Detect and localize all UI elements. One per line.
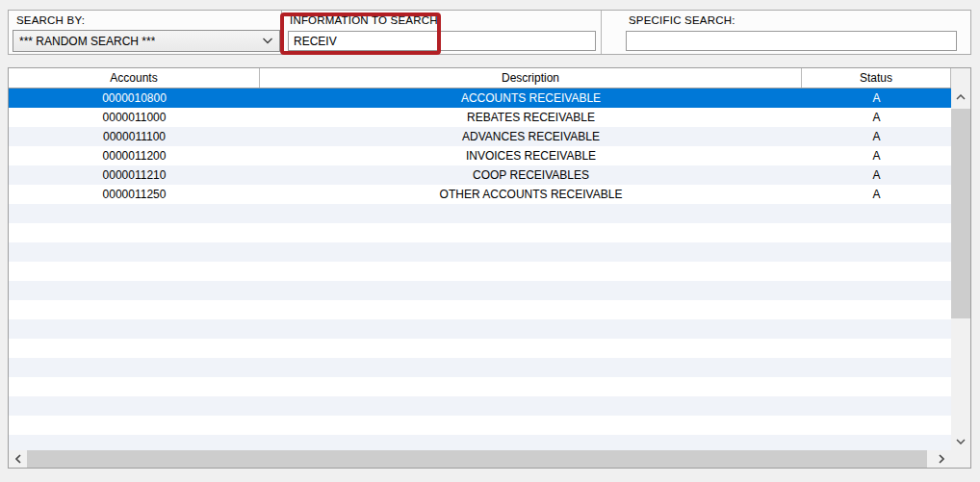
chevron-up-icon (956, 94, 966, 100)
empty-row (9, 358, 951, 377)
empty-row (9, 435, 951, 450)
table-body: 0000010800ACCOUNTS RECEIVABLEA0000011000… (9, 89, 951, 450)
specific-search-label: SPECIFIC SEARCH: (629, 14, 735, 26)
panel-divider (601, 11, 602, 54)
table-row[interactable]: 0000011200INVOICES RECEIVABLEA (9, 146, 951, 165)
chevron-down-icon (262, 38, 273, 44)
vertical-scrollbar[interactable] (951, 68, 970, 450)
cell-account: 0000011210 (9, 165, 260, 185)
empty-row (9, 300, 951, 319)
cell-account: 0000011000 (9, 108, 260, 127)
scroll-down-button[interactable] (951, 433, 970, 450)
table-row-selected[interactable]: 0000010800ACCOUNTS RECEIVABLEA (9, 89, 951, 108)
empty-row (9, 223, 951, 242)
empty-row (9, 281, 951, 300)
cell-status: A (802, 165, 951, 185)
cell-description: ADVANCES RECEIVABLE (260, 127, 802, 146)
empty-row (9, 319, 951, 339)
cell-description: COOP RECEIVABLES (260, 165, 802, 185)
horizontal-scrollbar[interactable] (9, 450, 970, 468)
cell-description: REBATES RECEIVABLE (260, 108, 802, 127)
empty-row (9, 242, 951, 262)
cell-account: 0000011100 (9, 127, 260, 146)
cell-status: A (802, 108, 951, 127)
empty-row (9, 396, 951, 416)
empty-row (9, 416, 951, 435)
empty-row (9, 262, 951, 281)
chevron-down-icon (956, 439, 966, 444)
cell-status: A (802, 89, 951, 108)
search-by-label: SEARCH BY: (16, 14, 85, 26)
cell-description: ACCOUNTS RECEIVABLE (260, 89, 802, 108)
specific-search-input[interactable] (626, 31, 957, 51)
table-row[interactable]: 0000011250OTHER ACCOUNTS RECEIVABLEA (9, 185, 951, 204)
table-row[interactable]: 0000011100ADVANCES RECEIVABLEA (9, 127, 951, 146)
column-header-accounts[interactable]: Accounts (9, 68, 260, 88)
cell-account: 0000011250 (9, 185, 260, 204)
information-to-search-input[interactable] (288, 31, 596, 51)
column-header-description[interactable]: Description (260, 68, 802, 88)
scroll-up-button[interactable] (951, 88, 970, 107)
cell-status: A (802, 146, 951, 165)
search-by-selected-value: *** RANDOM SEARCH *** (19, 35, 155, 48)
table-row[interactable]: 0000011000REBATES RECEIVABLEA (9, 108, 951, 127)
cell-description: INVOICES RECEIVABLE (260, 146, 802, 165)
empty-row (9, 339, 951, 358)
horizontal-scrollbar-thumb[interactable] (27, 450, 927, 468)
panel-divider (281, 11, 282, 54)
scroll-right-button[interactable] (932, 450, 951, 468)
table-row[interactable]: 0000011210COOP RECEIVABLESA (9, 165, 951, 185)
empty-row (9, 204, 951, 223)
information-to-search-label: INFORMATION TO SEARCH: (290, 14, 441, 26)
cell-status: A (802, 127, 951, 146)
search-by-dropdown[interactable]: *** RANDOM SEARCH *** (13, 30, 280, 52)
cell-status: A (802, 185, 951, 204)
chevron-left-icon (15, 454, 21, 464)
chevron-right-icon (939, 454, 944, 464)
search-panel: SEARCH BY: *** RANDOM SEARCH *** INFORMA… (8, 10, 971, 55)
results-table: Accounts Description Status 0000010800AC… (8, 67, 971, 469)
cell-description: OTHER ACCOUNTS RECEIVABLE (260, 185, 802, 204)
cell-account: 0000010800 (9, 89, 260, 108)
empty-row (9, 377, 951, 396)
scroll-left-button[interactable] (9, 450, 27, 468)
table-header: Accounts Description Status (9, 68, 951, 89)
vertical-scrollbar-thumb[interactable] (951, 109, 970, 318)
column-header-status[interactable]: Status (802, 68, 951, 88)
cell-account: 0000011200 (9, 146, 260, 165)
